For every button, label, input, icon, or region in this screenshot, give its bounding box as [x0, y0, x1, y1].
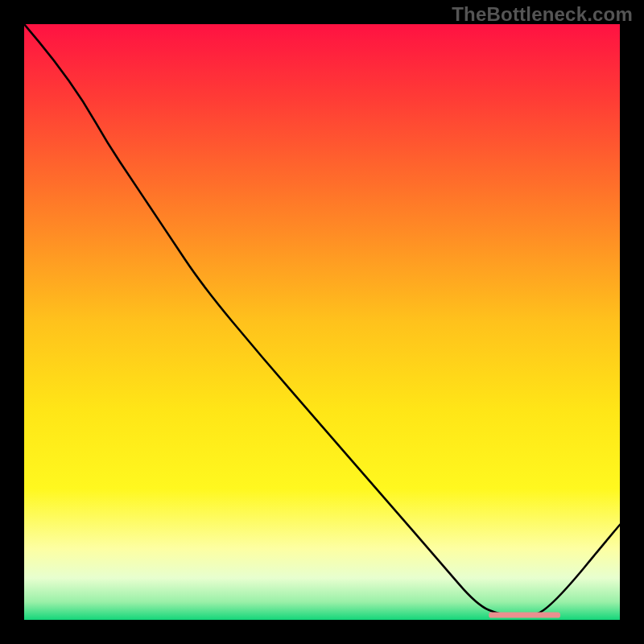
figure-container: TheBottleneck.com	[0, 0, 644, 644]
chart-svg	[24, 24, 620, 620]
plot-area	[24, 24, 620, 620]
gradient-background	[24, 24, 620, 620]
optimal-range-marker	[489, 613, 560, 618]
watermark-text: TheBottleneck.com	[452, 3, 633, 26]
